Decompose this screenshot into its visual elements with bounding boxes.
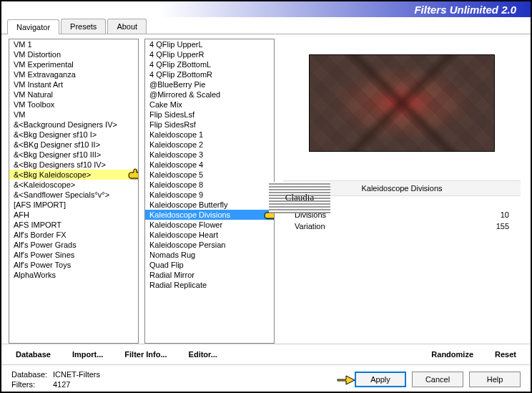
filters-count: 4127 bbox=[53, 380, 70, 389]
filter-list[interactable]: 4 QFlip UpperL4 QFlip UpperR4 QFlip ZBot… bbox=[144, 39, 275, 344]
reset-button[interactable]: Reset bbox=[495, 350, 516, 359]
pointer-icon bbox=[127, 168, 139, 183]
import-button[interactable]: Import... bbox=[72, 350, 103, 359]
list-item[interactable]: Kaleidoscope Flower bbox=[145, 220, 274, 230]
watermark-text: Claudia bbox=[285, 192, 314, 203]
list-item[interactable]: VM Toolbox bbox=[9, 100, 138, 110]
param-row: Variation155 bbox=[283, 220, 521, 232]
list-item[interactable]: @BlueBerry Pie bbox=[145, 79, 274, 89]
editor-button[interactable]: Editor... bbox=[189, 350, 217, 359]
database-value: ICNET-Filters bbox=[53, 370, 100, 379]
status-info: Database:ICNET-Filters Filters:4127 bbox=[11, 369, 100, 389]
param-label: Variation bbox=[295, 222, 325, 231]
list-item[interactable]: Kaleidoscope 4 bbox=[145, 160, 274, 170]
list-item[interactable]: Kaleidoscope 5 bbox=[145, 170, 274, 180]
list-item[interactable]: &<BKg Designer sf10 II> bbox=[9, 140, 138, 150]
list-item[interactable]: Alf's Border FX bbox=[9, 230, 138, 240]
param-value: 155 bbox=[496, 222, 509, 231]
mid-toolbar: Database Import... Filter Info... Editor… bbox=[1, 344, 531, 364]
list-item[interactable]: AFH bbox=[9, 210, 138, 220]
list-item[interactable]: Kaleidoscope Heart bbox=[145, 230, 274, 240]
list-item[interactable]: &<Kaleidoscope> bbox=[9, 180, 138, 190]
list-item[interactable]: Radial Replicate bbox=[145, 280, 274, 290]
list-item[interactable]: VM Distortion bbox=[9, 49, 138, 59]
list-item[interactable]: 4 QFlip UpperR bbox=[145, 49, 274, 59]
list-item[interactable]: Alf's Power Grads bbox=[9, 240, 138, 250]
list-item[interactable]: Nomads Rug bbox=[145, 250, 274, 260]
list-item[interactable]: 4 QFlip UpperL bbox=[145, 39, 274, 49]
list-item[interactable]: Flip SidesRsf bbox=[145, 120, 274, 130]
preview-image bbox=[309, 54, 495, 152]
list-item[interactable]: Kaleidoscope 2 bbox=[145, 140, 274, 150]
window-title: Filters Unlimited 2.0 bbox=[414, 4, 516, 16]
tab-navigator[interactable]: Navigator bbox=[7, 19, 59, 34]
list-item[interactable]: VM Instant Art bbox=[9, 79, 138, 89]
list-item[interactable]: Radial Mirror bbox=[145, 270, 274, 280]
watermark: Claudia bbox=[269, 182, 330, 213]
pointer-icon bbox=[336, 372, 356, 387]
list-item[interactable]: VM Extravaganza bbox=[9, 69, 138, 79]
list-item[interactable]: &<Bkg Designer sf10 I> bbox=[9, 130, 138, 140]
category-list[interactable]: VM 1VM DistortionVM ExperimentalVM Extra… bbox=[9, 39, 139, 344]
filter-info-button[interactable]: Filter Info... bbox=[124, 350, 167, 359]
main-area: VM 1VM DistortionVM ExperimentalVM Extra… bbox=[1, 34, 531, 344]
list-item[interactable]: Kaleidoscope 1 bbox=[145, 130, 274, 140]
list-item[interactable]: 4 QFlip ZBottomR bbox=[145, 69, 274, 79]
list-item[interactable]: &<Sandflower Specials°v°> bbox=[9, 190, 138, 200]
list-item[interactable]: @Mirrored & Scaled bbox=[145, 89, 274, 100]
tab-bar: Navigator Presets About bbox=[1, 17, 531, 34]
list-item[interactable]: [AFS IMPORT] bbox=[9, 200, 138, 210]
list-item[interactable]: Flip SidesLsf bbox=[145, 110, 274, 120]
database-label: Database: bbox=[11, 369, 53, 379]
list-item[interactable]: &<Background Designers IV> bbox=[9, 120, 138, 130]
list-item[interactable]: VM Natural bbox=[9, 89, 138, 100]
randomize-button[interactable]: Randomize bbox=[431, 350, 473, 359]
database-button[interactable]: Database bbox=[16, 350, 51, 359]
list-item[interactable]: Alf's Power Sines bbox=[9, 250, 138, 260]
list-item[interactable]: Kaleidoscope 9 bbox=[145, 190, 274, 200]
list-item[interactable]: VM bbox=[9, 110, 138, 120]
list-item[interactable]: Kaleidoscope Divisions bbox=[145, 210, 274, 220]
cancel-button[interactable]: Cancel bbox=[412, 372, 463, 387]
list-item[interactable]: AFS IMPORT bbox=[9, 220, 138, 230]
tab-about[interactable]: About bbox=[107, 19, 147, 34]
apply-button[interactable]: Apply bbox=[355, 372, 406, 387]
list-item[interactable]: Kaleidoscope 8 bbox=[145, 180, 274, 190]
list-item[interactable]: Kaleidoscope Persian bbox=[145, 240, 274, 250]
param-value: 10 bbox=[501, 210, 509, 219]
list-item[interactable]: VM Experimental bbox=[9, 59, 138, 69]
bottom-bar: Database:ICNET-Filters Filters:4127 Appl… bbox=[1, 364, 531, 393]
filters-label: Filters: bbox=[11, 379, 53, 389]
list-item[interactable]: &<Bkg Designer sf10 III> bbox=[9, 150, 138, 160]
list-item[interactable]: Cake Mix bbox=[145, 100, 274, 110]
list-item[interactable]: VM 1 bbox=[9, 39, 138, 49]
tab-presets[interactable]: Presets bbox=[61, 19, 106, 34]
list-item[interactable]: &<Bkg Designers sf10 IV> bbox=[9, 160, 138, 170]
list-item[interactable]: 4 QFlip ZBottomL bbox=[145, 59, 274, 69]
window-title-bar: Filters Unlimited 2.0 bbox=[1, 1, 531, 17]
list-item[interactable]: AlphaWorks bbox=[9, 270, 138, 280]
list-item[interactable]: Kaleidoscope 3 bbox=[145, 150, 274, 160]
list-item[interactable]: &<Bkg Kaleidoscope> bbox=[9, 170, 138, 180]
list-item[interactable]: Quad Flip bbox=[145, 260, 274, 270]
list-item[interactable]: Kaleidoscope Butterfly bbox=[145, 200, 274, 210]
list-item[interactable]: Alf's Power Toys bbox=[9, 260, 138, 270]
help-button[interactable]: Help bbox=[469, 372, 521, 387]
